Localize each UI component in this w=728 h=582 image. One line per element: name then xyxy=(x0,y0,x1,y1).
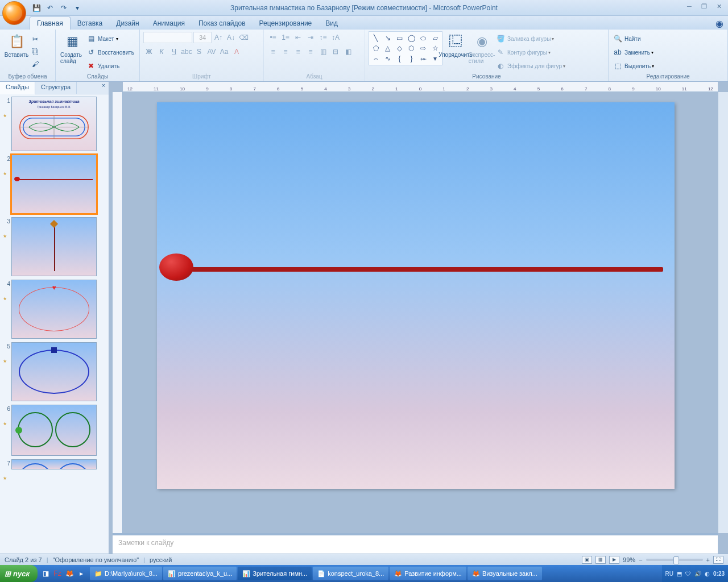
columns-icon[interactable]: ▥ xyxy=(317,46,329,57)
redo-icon[interactable]: ↷ xyxy=(58,2,69,14)
bold-icon[interactable]: Ж xyxy=(143,46,155,57)
case-icon[interactable]: Aa xyxy=(218,46,230,57)
align-text-icon[interactable]: ⊟ xyxy=(330,46,341,57)
numbering-icon[interactable]: 1≡ xyxy=(280,32,291,43)
thumbnail-list[interactable]: 1 Зрительная гимнастика Тренажер Базарно… xyxy=(0,94,109,554)
underline-icon[interactable]: Ч xyxy=(168,46,180,57)
grow-font-icon[interactable]: A↑ xyxy=(213,32,224,43)
font-family-combo[interactable] xyxy=(143,32,192,43)
office-button[interactable] xyxy=(2,1,26,25)
smartart-icon[interactable]: ◧ xyxy=(342,46,354,57)
notes-pane[interactable]: Заметки к слайду xyxy=(113,533,718,554)
indent-inc-icon[interactable]: ⇥ xyxy=(305,32,316,43)
clock[interactable]: 0:23 xyxy=(713,571,725,577)
justify-icon[interactable]: ≡ xyxy=(305,46,316,57)
thumbnail-item[interactable]: 6 xyxy=(1,405,107,456)
taskbar-item[interactable]: 🦊Развитие информ... xyxy=(390,567,466,580)
arrange-button[interactable]: ⿺ Упорядочить xyxy=(442,31,469,59)
taskbar-item[interactable]: 📊Зрительная гимн... xyxy=(238,567,312,580)
tab-design[interactable]: Дизайн xyxy=(109,17,146,30)
vertical-scrollbar[interactable] xyxy=(718,92,728,533)
tab-insert[interactable]: Вставка xyxy=(71,17,110,30)
slideshow-view-icon[interactable]: ▶ xyxy=(609,556,619,564)
slide-canvas-area[interactable] xyxy=(123,92,718,533)
find-button[interactable]: 🔍Найти xyxy=(612,33,641,44)
font-color-icon[interactable]: A xyxy=(231,46,242,57)
close-button[interactable]: ✕ xyxy=(712,1,726,11)
help-icon[interactable]: ◉ xyxy=(715,18,725,27)
strike-icon[interactable]: abc xyxy=(181,46,192,57)
thumbnail-item[interactable]: 4 ♥ xyxy=(1,280,107,339)
tray-icon[interactable]: 🔊 xyxy=(694,571,701,577)
panel-tab-slides[interactable]: Слайды xyxy=(0,82,35,94)
text-direction-icon[interactable]: ↕A xyxy=(330,32,341,43)
layout-button[interactable]: ▤Макет▾ xyxy=(85,33,134,44)
shape-effects-button[interactable]: ◐Эффекты для фигур▾ xyxy=(495,60,565,72)
sorter-view-icon[interactable]: ▦ xyxy=(595,556,606,564)
panel-tab-outline[interactable]: Структура xyxy=(35,82,77,94)
tab-home[interactable]: Главная xyxy=(30,16,71,30)
language[interactable]: русский xyxy=(150,556,172,563)
tray-icon[interactable]: ⬒ xyxy=(677,571,682,577)
align-center-icon[interactable]: ≡ xyxy=(280,46,291,57)
shape-fill-button[interactable]: 🪣Заливка фигуры▾ xyxy=(495,33,565,44)
ql-icon[interactable]: ▸ xyxy=(76,567,87,580)
italic-icon[interactable]: К xyxy=(156,46,167,57)
thumbnail-item[interactable]: 3 xyxy=(1,217,107,276)
shrink-font-icon[interactable]: A↓ xyxy=(225,32,237,43)
zoom-level[interactable]: 99% xyxy=(623,556,635,563)
align-right-icon[interactable]: ≡ xyxy=(292,46,304,57)
indent-dec-icon[interactable]: ⇤ xyxy=(292,32,304,43)
slide[interactable] xyxy=(157,102,675,489)
bullets-icon[interactable]: •≡ xyxy=(267,32,279,43)
undo-icon[interactable]: ↶ xyxy=(44,2,56,14)
minimize-button[interactable]: ─ xyxy=(682,1,696,11)
tab-review[interactable]: Рецензирование xyxy=(253,17,319,30)
replace-button[interactable]: abЗаменить▾ xyxy=(612,47,653,58)
tray-icon[interactable]: ◐ xyxy=(705,571,710,577)
spacing-icon[interactable]: AV xyxy=(206,46,217,57)
clear-format-icon[interactable]: ⌫ xyxy=(238,32,249,43)
ql-icon[interactable]: ◨ xyxy=(40,567,51,580)
restore-button[interactable]: ❐ xyxy=(697,1,711,11)
copy-icon[interactable]: ⿻ xyxy=(30,46,41,57)
delete-button[interactable]: ✖Удалить xyxy=(85,60,134,72)
taskbar-item[interactable]: 📊prezentaciya_k_u... xyxy=(163,567,237,580)
zoom-slider[interactable] xyxy=(646,559,703,561)
horizontal-ruler[interactable]: 1211109876543210123456789101112 xyxy=(123,82,718,92)
ql-icon[interactable]: 🦊 xyxy=(64,567,75,580)
save-icon[interactable]: 💾 xyxy=(31,2,42,14)
shape-line[interactable] xyxy=(174,267,663,272)
taskbar-item[interactable]: 📄konspect_uroka_8... xyxy=(313,567,388,580)
reset-button[interactable]: ↺Восстановить xyxy=(85,47,134,58)
tray-icon[interactable]: 🛡 xyxy=(685,571,691,577)
vertical-ruler[interactable] xyxy=(113,92,123,533)
start-button[interactable]: ⊞пуск xyxy=(0,565,38,582)
quick-styles-button[interactable]: ◉ Экспресс-стили xyxy=(469,31,495,65)
font-size-combo[interactable]: 34 xyxy=(193,32,212,43)
shapes-gallery[interactable]: ╲↘▭◯⬭▱ ⬠△◇⬡⇨☆ ⌢∿{}⬰▾ xyxy=(369,31,442,65)
taskbar-item[interactable]: 📁D:\Mariya\urok_8... xyxy=(90,567,162,580)
zoom-in-icon[interactable]: + xyxy=(706,556,710,563)
tab-view[interactable]: Вид xyxy=(318,17,345,30)
thumbnail-item[interactable]: 7 xyxy=(1,459,107,480)
new-slide-button[interactable]: ▦ Создать слайд xyxy=(59,31,85,65)
select-button[interactable]: ⬚Выделить▾ xyxy=(612,60,654,72)
lang-indicator[interactable]: RU xyxy=(665,571,673,577)
paste-button[interactable]: 📋 Вставить xyxy=(3,31,30,59)
thumbnail-item[interactable]: 1 Зрительная гимнастика Тренажер Базарно… xyxy=(1,97,107,151)
format-painter-icon[interactable]: 🖌 xyxy=(30,59,41,70)
thumbnail-item[interactable]: 2 xyxy=(1,155,107,214)
align-left-icon[interactable]: ≡ xyxy=(267,46,279,57)
tab-animations[interactable]: Анимация xyxy=(146,17,192,30)
taskbar-item[interactable]: 🦊Визуальные закл... xyxy=(468,567,542,580)
panel-close-icon[interactable]: × xyxy=(98,82,109,94)
cut-icon[interactable]: ✂ xyxy=(30,34,41,45)
tab-slideshow[interactable]: Показ слайдов xyxy=(192,17,253,30)
zoom-out-icon[interactable]: − xyxy=(639,556,642,563)
qat-more-icon[interactable]: ▾ xyxy=(72,2,83,14)
normal-view-icon[interactable]: ▣ xyxy=(582,556,592,564)
shape-ellipse[interactable] xyxy=(159,253,193,281)
shape-outline-button[interactable]: ✎Контур фигуры▾ xyxy=(495,47,565,58)
line-spacing-icon[interactable]: ↕≡ xyxy=(317,32,329,43)
